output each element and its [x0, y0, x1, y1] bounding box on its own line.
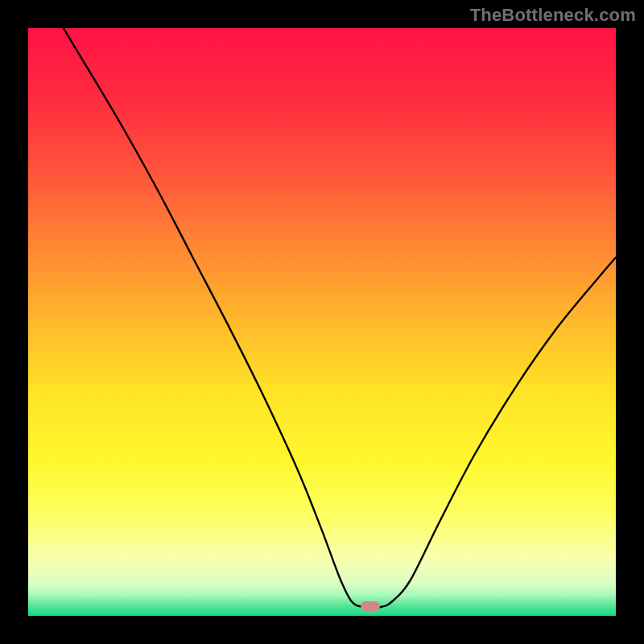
chart-stage: TheBottleneck.com: [0, 0, 644, 644]
watermark-text: TheBottleneck.com: [470, 5, 636, 26]
optimal-marker: [361, 601, 380, 611]
plot-area: [28, 28, 616, 616]
bottleneck-curve: [28, 28, 616, 616]
